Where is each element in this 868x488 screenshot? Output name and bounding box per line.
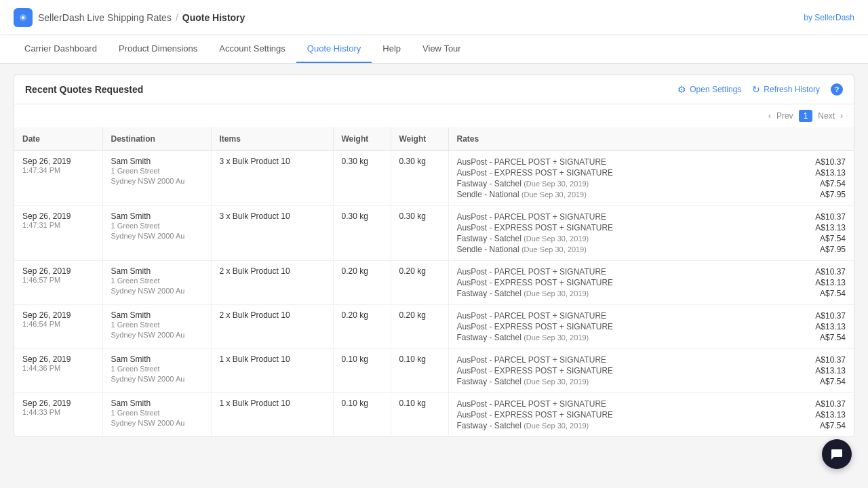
rate-due: (Due Sep 30, 2019) xyxy=(524,378,589,386)
cell-weight: 0.30 kg xyxy=(391,151,448,206)
col-header-weight: Weight xyxy=(391,127,448,151)
rate-price: A$7.54 xyxy=(805,421,846,430)
cell-date: Sep 26, 20191:47:31 PM xyxy=(14,206,102,261)
date-value: Sep 26, 2019 xyxy=(22,266,94,276)
rate-price: A$7.54 xyxy=(805,289,846,298)
cell-date: Sep 26, 20191:44:33 PM xyxy=(14,393,102,437)
cell-weight-dim: 0.10 kg xyxy=(333,393,391,437)
dest-name: Sam Smith xyxy=(111,310,203,320)
nav-quote-history[interactable]: Quote History xyxy=(296,35,372,63)
quotes-table: Date Destination Items Weight Weight Rat… xyxy=(14,127,854,436)
rate-line: Fastway - Satchel (Due Sep 30, 2019)A$7.… xyxy=(457,288,846,299)
nav-carrier-dashboard[interactable]: Carrier Dashboard xyxy=(14,35,108,63)
dest-address: 1 Green StreetSydney NSW 2000 Au xyxy=(111,364,203,385)
table-row: Sep 26, 20191:46:57 PMSam Smith1 Green S… xyxy=(14,261,854,305)
rate-name: Fastway - Satchel (Due Sep 30, 2019) xyxy=(457,289,589,298)
rate-price: A$13.13 xyxy=(805,322,846,331)
refresh-icon: ↻ xyxy=(752,84,760,95)
rate-line: AusPost - PARCEL POST + SIGNATUREA$10.37 xyxy=(457,211,846,222)
cell-rates: AusPost - PARCEL POST + SIGNATUREA$10.37… xyxy=(448,206,854,261)
current-page: 1 xyxy=(799,110,813,122)
rate-line: AusPost - PARCEL POST + SIGNATUREA$10.37 xyxy=(457,354,846,365)
rate-line: Fastway - Satchel (Due Sep 30, 2019)A$7.… xyxy=(457,332,846,343)
time-value: 1:46:54 PM xyxy=(22,320,94,328)
nav-view-tour[interactable]: View Tour xyxy=(412,35,472,63)
col-header-items: Items xyxy=(211,127,333,151)
nav-product-dimensions[interactable]: Product Dimensions xyxy=(108,35,208,63)
rate-name: AusPost - PARCEL POST + SIGNATURE xyxy=(457,157,607,167)
rate-price: A$7.54 xyxy=(805,333,846,342)
header-title: SellerDash Live Shipping Rates / Quote H… xyxy=(38,12,245,23)
refresh-history-button[interactable]: ↻ Refresh History xyxy=(752,84,820,95)
date-value: Sep 26, 2019 xyxy=(22,354,94,364)
time-value: 1:47:34 PM xyxy=(22,166,94,174)
rate-name: Fastway - Satchel (Due Sep 30, 2019) xyxy=(457,234,589,243)
rate-line: AusPost - EXPRESS POST + SIGNATUREA$13.1… xyxy=(457,222,846,233)
rate-due: (Due Sep 30, 2019) xyxy=(524,422,589,430)
next-label[interactable]: Next xyxy=(818,111,835,121)
time-value: 1:46:57 PM xyxy=(22,276,94,284)
rate-line: Sendle - National (Due Sep 30, 2019)A$7.… xyxy=(457,189,846,200)
rate-name: AusPost - EXPRESS POST + SIGNATURE xyxy=(457,223,614,232)
nav-account-settings[interactable]: Account Settings xyxy=(208,35,296,63)
date-value: Sep 26, 2019 xyxy=(22,211,94,221)
rate-name: AusPost - PARCEL POST + SIGNATURE xyxy=(457,267,607,277)
cell-rates: AusPost - PARCEL POST + SIGNATUREA$10.37… xyxy=(448,349,854,393)
by-label: by SellerDash xyxy=(804,13,854,22)
rate-price: A$10.37 xyxy=(805,157,846,167)
date-value: Sep 26, 2019 xyxy=(22,399,94,408)
rate-line: AusPost - PARCEL POST + SIGNATUREA$10.37 xyxy=(457,157,846,167)
rate-name: AusPost - PARCEL POST + SIGNATURE xyxy=(457,212,607,222)
cell-rates: AusPost - PARCEL POST + SIGNATUREA$10.37… xyxy=(448,261,854,305)
app-name: SellerDash Live Shipping Rates xyxy=(38,12,172,23)
rate-name: AusPost - EXPRESS POST + SIGNATURE xyxy=(457,278,614,287)
cell-weight: 0.20 kg xyxy=(391,261,448,305)
main-content: Recent Quotes Requested ⚙ Open Settings … xyxy=(0,64,868,448)
prev-button[interactable]: ‹ xyxy=(768,111,771,121)
quotes-card: Recent Quotes Requested ⚙ Open Settings … xyxy=(14,75,854,437)
cell-rates: AusPost - PARCEL POST + SIGNATUREA$10.37… xyxy=(448,305,854,349)
col-header-date: Date xyxy=(14,127,102,151)
rate-name: AusPost - PARCEL POST + SIGNATURE xyxy=(457,311,607,321)
cell-weight: 0.10 kg xyxy=(391,349,448,393)
svg-point-2 xyxy=(22,16,24,19)
rate-name: Fastway - Satchel (Due Sep 30, 2019) xyxy=(457,421,589,430)
col-header-rates: Rates xyxy=(448,127,854,151)
pagination: ‹ Prev 1 Next › xyxy=(14,104,854,127)
rate-name: Sendle - National (Due Sep 30, 2019) xyxy=(457,245,587,254)
rate-due: (Due Sep 30, 2019) xyxy=(521,190,587,199)
rate-name: AusPost - EXPRESS POST + SIGNATURE xyxy=(457,322,614,331)
prev-label[interactable]: Prev xyxy=(776,111,793,121)
current-page-title: Quote History xyxy=(182,12,245,23)
table-row: Sep 26, 20191:47:31 PMSam Smith1 Green S… xyxy=(14,206,854,261)
card-header: Recent Quotes Requested ⚙ Open Settings … xyxy=(14,75,854,104)
refresh-history-label: Refresh History xyxy=(764,85,820,94)
time-value: 1:47:31 PM xyxy=(22,221,94,229)
rate-line: AusPost - EXPRESS POST + SIGNATUREA$13.1… xyxy=(457,365,846,376)
rate-name: Fastway - Satchel (Due Sep 30, 2019) xyxy=(457,377,589,386)
cell-items: 2 x Bulk Product 10 xyxy=(211,261,333,305)
rate-line: AusPost - EXPRESS POST + SIGNATUREA$13.1… xyxy=(457,321,846,332)
breadcrumb-separator: / xyxy=(176,12,178,23)
cell-destination: Sam Smith1 Green StreetSydney NSW 2000 A… xyxy=(102,393,211,437)
cell-weight-dim: 0.10 kg xyxy=(333,349,391,393)
cell-weight-dim: 0.30 kg xyxy=(333,151,391,206)
rate-name: AusPost - EXPRESS POST + SIGNATURE xyxy=(457,410,614,420)
gear-icon: ⚙ xyxy=(677,84,686,95)
cell-weight-dim: 0.30 kg xyxy=(333,206,391,261)
rate-line: AusPost - EXPRESS POST + SIGNATUREA$13.1… xyxy=(457,277,846,288)
rate-price: A$7.95 xyxy=(805,245,846,254)
cell-destination: Sam Smith1 Green StreetSydney NSW 2000 A… xyxy=(102,261,211,305)
dest-name: Sam Smith xyxy=(111,157,203,166)
nav-help[interactable]: Help xyxy=(372,35,412,63)
cell-items: 1 x Bulk Product 10 xyxy=(211,393,333,437)
rate-price: A$13.13 xyxy=(805,366,846,375)
help-button[interactable]: ? xyxy=(831,83,843,96)
open-settings-button[interactable]: ⚙ Open Settings xyxy=(677,84,741,95)
rate-price: A$10.37 xyxy=(805,355,846,365)
table-row: Sep 26, 20191:46:54 PMSam Smith1 Green S… xyxy=(14,305,854,349)
rate-price: A$7.54 xyxy=(805,234,846,243)
next-button[interactable]: › xyxy=(840,111,843,121)
rate-name: AusPost - EXPRESS POST + SIGNATURE xyxy=(457,168,614,178)
rate-price: A$10.37 xyxy=(805,399,846,409)
